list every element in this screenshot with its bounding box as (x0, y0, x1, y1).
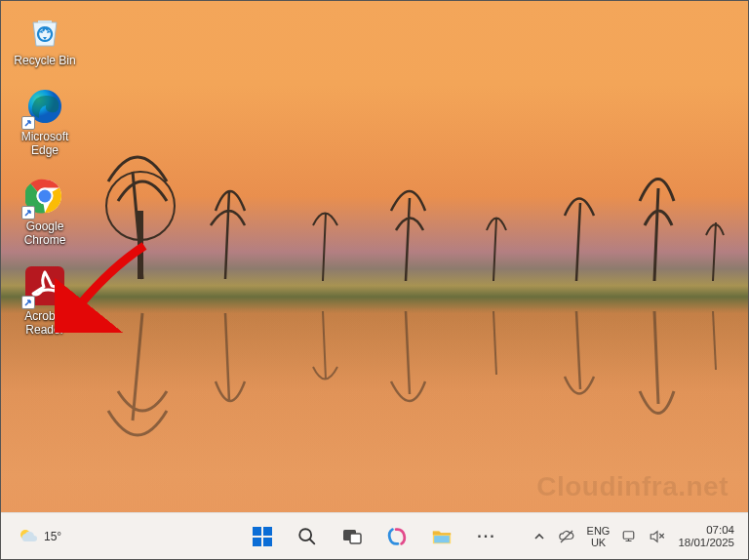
svg-rect-10 (263, 538, 272, 546)
search-icon (296, 526, 318, 547)
task-view-icon (342, 527, 362, 546)
search-button[interactable] (288, 517, 327, 556)
lang-line2: UK (591, 537, 606, 548)
windows-logo-icon (252, 526, 273, 547)
svg-rect-8 (263, 527, 272, 536)
svg-rect-7 (253, 527, 261, 536)
file-explorer-button[interactable] (422, 517, 461, 556)
taskbar-overflow-button[interactable]: ··· (467, 517, 506, 556)
edge-icon (23, 85, 66, 128)
microsoft-edge[interactable]: Microsoft Edge (7, 83, 83, 159)
taskbar: 15° (1, 512, 748, 559)
volume-mute-icon (649, 528, 666, 545)
overflow-icon: ··· (477, 528, 495, 545)
task-view-button[interactable] (333, 517, 372, 556)
shortcut-arrow-icon (21, 206, 35, 220)
watermark-text: Cloudinfra.net (536, 471, 729, 502)
onedrive-tray[interactable] (556, 522, 577, 551)
svg-rect-9 (253, 538, 261, 546)
language-indicator[interactable]: ENG UK (583, 523, 614, 550)
cloud-slash-icon (558, 528, 575, 545)
acrobat-icon (23, 264, 66, 307)
lang-line1: ENG (587, 525, 611, 537)
taskbar-center: ··· (243, 517, 506, 556)
tray-chevron-button[interactable] (529, 522, 550, 551)
weather-icon (17, 525, 40, 548)
desktop: Cloudinfra.net Recycle Bin (0, 0, 749, 560)
svg-point-4 (39, 190, 52, 203)
chrome-icon (23, 175, 66, 218)
acrobat-reader[interactable]: Acrobat Reader (7, 262, 83, 339)
copilot-icon (386, 526, 408, 547)
system-tray: ENG UK 07:04 18/01/2025 (529, 522, 748, 551)
chevron-up-icon (533, 531, 545, 542)
acrobat-label: Acrobat Reader (24, 309, 64, 337)
recycle-bin-label: Recycle Bin (14, 54, 75, 67)
clock[interactable]: 07:04 18/01/2025 (674, 522, 738, 551)
edge-label: Microsoft Edge (21, 130, 69, 157)
google-chrome[interactable]: Google Chrome (7, 173, 83, 249)
svg-rect-13 (350, 534, 361, 543)
weather-temp: 15° (44, 530, 61, 543)
folder-icon (431, 526, 453, 547)
recycle-bin-icon (23, 9, 66, 52)
shortcut-arrow-icon (21, 116, 35, 130)
recycle-bin[interactable]: Recycle Bin (7, 7, 83, 69)
shortcut-arrow-icon (21, 296, 35, 309)
clock-time: 07:04 (706, 524, 734, 537)
wallpaper-trees (1, 113, 749, 308)
weather-widget[interactable]: 15° (11, 521, 67, 552)
copilot-button[interactable] (377, 517, 416, 556)
volume-tray[interactable] (647, 522, 668, 551)
svg-rect-15 (624, 531, 635, 539)
clock-date: 18/01/2025 (678, 537, 734, 549)
svg-rect-14 (434, 536, 450, 542)
start-button[interactable] (243, 517, 282, 556)
desktop-icon-grid: Recycle Bin Microsoft Edge (7, 7, 83, 339)
network-icon (621, 528, 639, 545)
chrome-label: Google Chrome (24, 220, 66, 247)
network-tray[interactable] (619, 522, 641, 551)
